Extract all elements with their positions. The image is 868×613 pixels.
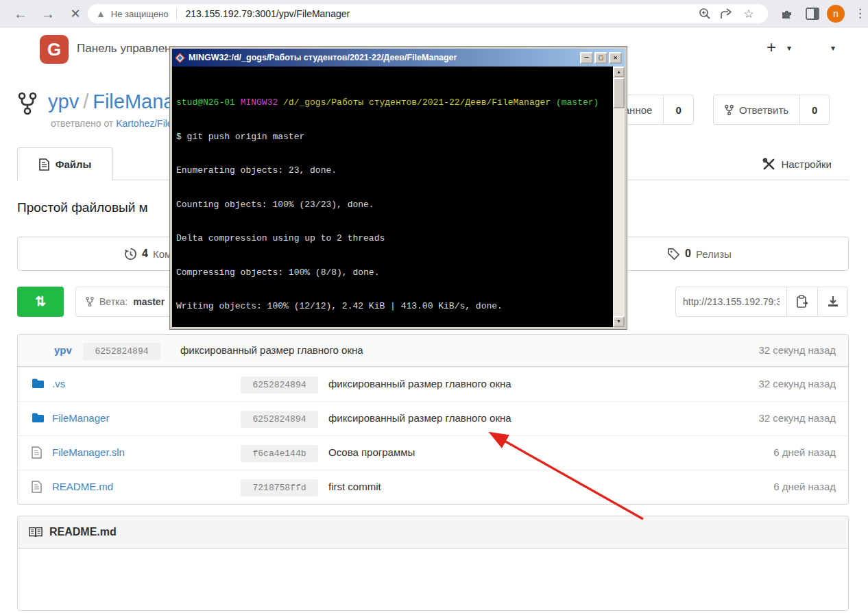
clone-url-input[interactable]	[675, 287, 787, 317]
repo-owner-link[interactable]: ypv	[48, 91, 79, 112]
folder-icon	[32, 412, 45, 423]
commit-time: 32 секунд назад	[758, 412, 836, 424]
repo-fork-icon	[18, 92, 37, 115]
create-new-caret-icon[interactable]: ▾	[787, 43, 791, 53]
table-row: FileManager 6252824894 фиксированный раз…	[18, 401, 848, 435]
commit-sha-badge[interactable]: f6ca4e144b	[241, 445, 318, 462]
scroll-down-icon[interactable]: ▼	[613, 316, 625, 327]
file-link[interactable]: README.md	[52, 481, 113, 492]
commit-message[interactable]: Осова программы	[328, 446, 415, 458]
terminal-line: Compressing objects: 100% (8/8), done.	[176, 267, 612, 279]
table-row: README.md 7218758ffd first commit 6 дней…	[18, 470, 848, 504]
fork-button[interactable]: Ответвить	[713, 95, 799, 125]
download-icon	[827, 296, 839, 308]
terminal-line: Delta compression using up to 2 threads	[176, 233, 612, 245]
terminal-prompt-line: stud@N26-01 MINGW32 /d/_gogs/Работы студ…	[176, 97, 612, 109]
create-new-button[interactable]: +	[767, 38, 776, 57]
scrollbar-thumb[interactable]	[613, 77, 625, 108]
commit-sha-badge[interactable]: 6252824894	[241, 376, 318, 394]
commit-sha-badge[interactable]: 6252824894	[241, 411, 318, 428]
copy-clone-url-button[interactable]	[786, 287, 817, 317]
browser-profile-avatar[interactable]: n	[827, 5, 845, 23]
terminal-titlebar[interactable]: MINGW32:/d/_gogs/Работы студентов/2021-2…	[172, 49, 625, 67]
terminal-close-button[interactable]: ✕	[609, 52, 622, 64]
address-divider	[176, 8, 177, 19]
url-text[interactable]: 213.155.192.79:3001/ypv/FileManager	[185, 8, 694, 19]
side-panel-icon[interactable]	[804, 5, 821, 22]
latest-commit-time: 32 секунд назад	[758, 344, 836, 356]
tools-icon	[762, 158, 775, 171]
history-icon	[124, 248, 137, 261]
branch-icon	[86, 296, 94, 307]
file-link[interactable]: .vs	[52, 378, 65, 389]
file-link[interactable]: FileManager	[52, 412, 109, 424]
compare-pull-button[interactable]: ⇅	[17, 287, 64, 317]
fork-count[interactable]: 0	[799, 95, 830, 125]
terminal-line: $ git push origin master	[176, 132, 612, 143]
latest-commit-row: ypv 6252824894 фиксированный размер глав…	[18, 335, 848, 367]
security-label: Не защищено	[111, 9, 169, 19]
fork-icon	[725, 104, 734, 116]
gogs-logo[interactable]: G	[40, 35, 69, 64]
terminal-minimize-button[interactable]: ─	[580, 52, 593, 64]
readme-title: README.md	[49, 526, 117, 538]
readme-header: README.md	[18, 516, 848, 549]
commit-message[interactable]: фиксированный размер главного окна	[328, 412, 511, 424]
browser-toolbar: ← → ✕ ▲ Не защищено 213.155.192.79:3001/…	[0, 0, 868, 27]
tag-icon	[667, 248, 680, 261]
readme-panel: README.md	[17, 516, 849, 611]
book-icon	[29, 527, 43, 538]
file-table: ypv 6252824894 фиксированный размер глав…	[17, 334, 849, 505]
terminal-maximize-button[interactable]: □	[594, 52, 607, 64]
latest-commit-sha[interactable]: 6252824894	[83, 343, 160, 360]
terminal-output: stud@N26-01 MINGW32 /d/_gogs/Работы студ…	[172, 67, 613, 327]
address-bar[interactable]: ▲ Не защищено 213.155.192.79:3001/ypv/Fi…	[88, 4, 768, 23]
repo-description: Простой файловый м	[17, 200, 148, 215]
not-secure-warning-icon: ▲	[96, 8, 106, 19]
extensions-puzzle-icon[interactable]	[777, 5, 795, 22]
folder-icon	[32, 378, 45, 389]
commit-time: 32 секунд назад	[758, 378, 836, 389]
table-row: FileManager.sln f6ca4e144b Осова програм…	[18, 435, 848, 470]
user-menu-caret-icon[interactable]: ▾	[831, 43, 835, 53]
file-link[interactable]: FileManager.sln	[52, 446, 125, 458]
terminal-line: Writing objects: 100% (12/12), 2.42 KiB …	[176, 301, 612, 313]
latest-commit-message[interactable]: фиксированный размер главного окна	[180, 344, 363, 356]
page: ← → ✕ ▲ Не защищено 213.155.192.79:3001/…	[0, 0, 868, 613]
stat-releases[interactable]: 0Релизы	[667, 237, 732, 270]
readme-body	[18, 549, 848, 611]
zoom-in-icon[interactable]	[694, 8, 716, 20]
fork-button-group: Ответвить 0	[713, 95, 830, 125]
terminal-line: Enumerating objects: 23, done.	[176, 165, 612, 177]
bookmark-star-icon[interactable]: ☆	[738, 7, 760, 21]
latest-commit-author[interactable]: ypv	[54, 344, 72, 356]
file-icon	[39, 158, 49, 171]
table-row: .vs 6252824894 фиксированный размер глав…	[18, 367, 848, 401]
file-icon	[32, 446, 42, 459]
star-count[interactable]: 0	[663, 95, 693, 125]
terminal-window[interactable]: MINGW32:/d/_gogs/Работы студентов/2021-2…	[170, 47, 627, 329]
nav-dashboard-link[interactable]: Панель управления	[77, 42, 184, 56]
stop-icon[interactable]: ✕	[66, 4, 85, 23]
commit-message[interactable]: first commit	[328, 481, 381, 492]
terminal-title: MINGW32:/d/_gogs/Работы студентов/2021-2…	[189, 53, 577, 62]
terminal-scrollbar[interactable]: ▲ ▼	[613, 67, 625, 327]
terminal-line: Counting objects: 100% (23/23), done.	[176, 200, 612, 211]
download-archive-button[interactable]	[817, 287, 848, 317]
tab-settings[interactable]: Настройки	[762, 147, 832, 180]
commit-time: 6 дней назад	[773, 446, 836, 458]
file-icon	[32, 481, 42, 493]
back-icon[interactable]: ←	[11, 4, 30, 23]
commit-message[interactable]: фиксированный размер главного окна	[328, 378, 511, 389]
git-app-icon	[175, 53, 185, 63]
share-icon[interactable]	[716, 8, 738, 20]
tab-files[interactable]: Файлы	[17, 147, 113, 180]
commit-sha-badge[interactable]: 7218758ffd	[241, 479, 318, 496]
scroll-up-icon[interactable]: ▲	[613, 67, 625, 77]
forward-icon[interactable]: →	[38, 4, 58, 23]
browser-menu-icon[interactable]: ⋮	[854, 5, 866, 23]
commit-time: 6 дней назад	[773, 481, 836, 492]
repo-title-separator: /	[79, 91, 93, 112]
clipboard-icon	[796, 295, 808, 309]
